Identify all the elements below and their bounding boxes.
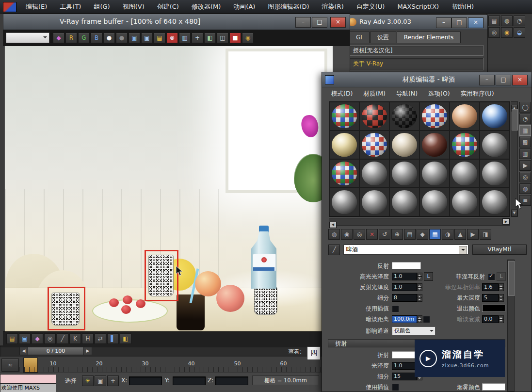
region-render-icon[interactable]: ◧	[204, 33, 216, 43]
material-swatch[interactable]	[359, 188, 389, 216]
sample-uv-tiling-icon[interactable]: ▩	[519, 137, 531, 147]
split-icon[interactable]: ◧	[120, 333, 131, 344]
material-swatch[interactable]	[419, 102, 450, 131]
scroll-down-icon[interactable]: ▼	[511, 210, 517, 216]
exit-color-swatch[interactable]	[482, 305, 505, 312]
parameters-scrollbar[interactable]	[507, 260, 515, 392]
view-value-box[interactable]: 四	[307, 346, 321, 360]
material-swatch[interactable]	[419, 188, 450, 216]
lock-highlight-button[interactable]: L	[424, 272, 433, 281]
menu-item[interactable]: 创建(C)	[151, 0, 185, 13]
levels-icon[interactable]: ▌	[107, 333, 119, 344]
show-map-in-viewport-icon[interactable]: ▦	[429, 229, 441, 240]
manage-layers-icon[interactable]: ▤	[488, 16, 500, 26]
menu-item[interactable]: 视图(V)	[116, 0, 151, 13]
save-file-icon[interactable]: ▣	[19, 333, 31, 344]
menu-item[interactable]: 动画(A)	[227, 0, 261, 13]
material-swatch[interactable]	[450, 159, 480, 188]
x-coordinate-field[interactable]	[129, 376, 162, 385]
material-editor-menu-item[interactable]: 材质(M)	[358, 87, 391, 99]
fresnel-ior-value[interactable]: 1.6	[482, 283, 499, 291]
vscroll-thumb[interactable]	[512, 109, 518, 131]
material-type-button[interactable]: VRayMtl	[472, 245, 527, 255]
vray-minimize-button[interactable]: –	[436, 17, 451, 28]
material-swatch[interactable]	[359, 159, 389, 188]
select-by-material-icon[interactable]: ◍	[519, 183, 531, 194]
framebuffer-maximize-button[interactable]: □	[312, 17, 327, 28]
material-swatch[interactable]	[389, 131, 419, 159]
material-swatch[interactable]	[450, 131, 480, 159]
material-swatch[interactable]	[329, 188, 359, 216]
load-image-icon[interactable]: ▤	[154, 33, 165, 43]
fresnel-ior-spinner[interactable]: 1.6	[482, 283, 504, 291]
prev-frame-button[interactable]: ◀	[20, 347, 28, 355]
time-slider-track[interactable]: ◀ 0 / 100 ▶ 查看:	[0, 346, 322, 357]
material-editor-menu-item[interactable]: 实用程序(U)	[455, 87, 500, 99]
material-swatch[interactable]	[480, 131, 510, 159]
highlight-glossiness-spinner[interactable]: 1.0	[392, 273, 422, 280]
refraction-subdivs-value[interactable]: 15	[392, 373, 417, 380]
display-mode-select[interactable]	[6, 33, 49, 43]
color-corrections-icon[interactable]: ◆	[53, 33, 64, 43]
max-depth-value[interactable]: 5	[482, 294, 499, 302]
subdivs-value[interactable]: 8	[392, 294, 417, 302]
menu-item[interactable]: 自定义(U)	[350, 0, 391, 13]
highlight-glossiness-value[interactable]: 1.0	[392, 273, 417, 280]
get-material-icon[interactable]: ◍	[328, 229, 340, 240]
material-editor-close-button[interactable]: ×	[512, 75, 528, 85]
green-channel-button[interactable]: G	[78, 33, 90, 43]
framebuffer-titlebar[interactable]: V-Ray frame buffer - [100% of 640 x 480]…	[3, 14, 350, 30]
swatch-hscrollbar[interactable]: ◀ ▶	[329, 218, 510, 226]
lock-fresnel-button[interactable]: L	[497, 272, 506, 281]
menu-item[interactable]: 图形编辑器(D)	[261, 0, 315, 13]
arc-rotate-icon[interactable]: ◔	[514, 16, 525, 26]
clear-image-icon[interactable]: ⊗	[166, 33, 178, 43]
menu-item[interactable]: 工具(T)	[53, 0, 87, 13]
compare-ab-icon[interactable]: ◫	[217, 33, 228, 43]
material-editor-menu-item[interactable]: 模式(D)	[326, 87, 358, 99]
material-swatch[interactable]	[419, 159, 450, 188]
use-interpolation2-checkbox[interactable]	[392, 384, 399, 391]
make-preview-icon[interactable]: ▶	[519, 160, 531, 171]
vray-tab[interactable]: Render Elements	[397, 32, 461, 43]
blue-channel-button[interactable]: B	[91, 33, 102, 43]
app-logo-icon[interactable]	[3, 2, 16, 12]
put-to-scene-icon[interactable]: ◉	[341, 229, 353, 240]
material-editor-titlebar[interactable]: 材质编辑器 - 啤酒 – □ ×	[322, 72, 532, 87]
framebuffer-minimize-button[interactable]: –	[295, 17, 311, 28]
material-swatch[interactable]	[359, 131, 389, 159]
material-editor-minimize-button[interactable]: –	[479, 75, 495, 85]
spinner-arrows[interactable]	[417, 315, 422, 323]
menu-item[interactable]: 修改器(M)	[185, 0, 227, 13]
max-depth-spinner[interactable]: 5	[482, 294, 504, 302]
reflect-glossiness-value[interactable]: 1.0	[392, 283, 417, 291]
dim-distance-spinner[interactable]: 100.0m	[392, 315, 422, 323]
dim-distance-checkbox[interactable]	[423, 316, 430, 323]
dim-distance-value[interactable]: 100.0m	[392, 315, 417, 323]
menu-item[interactable]: 渲染(R)	[316, 0, 350, 13]
assign-to-selection-icon[interactable]: ◎	[354, 229, 365, 240]
affect-channels-select[interactable]: 仅颜色	[392, 327, 435, 335]
show-end-result-icon[interactable]: ◑	[442, 229, 453, 240]
isolate-selection-icon[interactable]: ☀	[82, 376, 94, 386]
scroll-left-icon[interactable]: ◀	[329, 222, 337, 228]
y-coordinate-field[interactable]	[173, 376, 206, 385]
dim-falloff-spinner[interactable]: 0.0	[482, 315, 504, 323]
time-slider-handle[interactable]: ◀ 0 / 100 ▶	[19, 347, 92, 355]
spinner-arrows[interactable]	[499, 315, 504, 323]
menu-item[interactable]: 编辑(E)	[19, 0, 53, 13]
put-to-library-icon[interactable]: ▤	[404, 229, 416, 240]
selection-lock-icon[interactable]: ▣	[95, 376, 106, 386]
color-sample-icon[interactable]: ◆	[32, 333, 43, 344]
launch-navigator-icon[interactable]: ◨	[480, 229, 491, 240]
render-iterative-icon[interactable]: ◒	[514, 27, 525, 38]
swap-icon[interactable]: ⇄	[95, 333, 106, 344]
reflection-color-swatch[interactable]	[392, 262, 421, 269]
make-unique-icon[interactable]: ⊕	[391, 229, 403, 240]
fresnel-reflection-checkbox[interactable]	[488, 273, 495, 280]
fog-color-swatch[interactable]	[482, 383, 505, 391]
go-forward-sibling-icon[interactable]: ▶	[467, 229, 479, 240]
spinner-arrows[interactable]	[417, 294, 422, 302]
vray-titlebar[interactable]: Ray Adv 3.00.03 – □ ×	[346, 15, 487, 30]
material-editor-maximize-button[interactable]: □	[496, 75, 511, 85]
